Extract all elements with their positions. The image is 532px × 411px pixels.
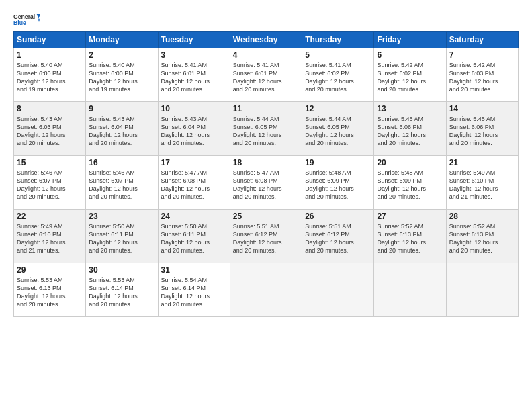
- day-number: 18: [233, 158, 299, 167]
- day-number: 31: [161, 265, 227, 275]
- day-info: Sunrise: 5:46 AM Sunset: 6:07 PM Dayligh…: [17, 169, 83, 201]
- calendar-week-2: 8Sunrise: 5:43 AM Sunset: 6:03 PM Daylig…: [14, 102, 519, 156]
- day-number: 11: [233, 104, 299, 113]
- calendar-day: [230, 263, 302, 317]
- calendar-day: 10Sunrise: 5:43 AM Sunset: 6:04 PM Dayli…: [158, 102, 230, 156]
- day-number: 12: [305, 104, 371, 113]
- calendar-day: 30Sunrise: 5:53 AM Sunset: 6:14 PM Dayli…: [86, 263, 158, 317]
- day-number: 20: [377, 158, 443, 167]
- day-number: 28: [449, 212, 515, 221]
- calendar-week-5: 29Sunrise: 5:53 AM Sunset: 6:13 PM Dayli…: [14, 263, 519, 317]
- day-number: 4: [233, 50, 299, 60]
- calendar-day: 29Sunrise: 5:53 AM Sunset: 6:13 PM Dayli…: [14, 263, 86, 317]
- day-info: Sunrise: 5:47 AM Sunset: 6:08 PM Dayligh…: [161, 169, 227, 201]
- header: General Blue: [13, 12, 519, 27]
- day-info: Sunrise: 5:46 AM Sunset: 6:07 PM Dayligh…: [89, 169, 154, 201]
- calendar-day: [302, 263, 374, 317]
- calendar-day: 20Sunrise: 5:48 AM Sunset: 6:09 PM Dayli…: [374, 156, 446, 210]
- day-info: Sunrise: 5:40 AM Sunset: 6:00 PM Dayligh…: [89, 61, 154, 94]
- calendar-day: 16Sunrise: 5:46 AM Sunset: 6:07 PM Dayli…: [86, 156, 158, 210]
- day-number: 21: [449, 158, 515, 167]
- day-number: 19: [305, 158, 371, 167]
- day-number: 15: [17, 158, 83, 167]
- day-number: 16: [89, 158, 154, 167]
- calendar-header-wednesday: Wednesday: [230, 32, 302, 48]
- day-number: 24: [161, 212, 227, 221]
- day-number: 25: [233, 212, 299, 221]
- day-info: Sunrise: 5:43 AM Sunset: 6:03 PM Dayligh…: [17, 115, 83, 148]
- calendar-day: 11Sunrise: 5:44 AM Sunset: 6:05 PM Dayli…: [230, 102, 302, 156]
- svg-marker-2: [37, 14, 40, 19]
- day-number: 7: [449, 50, 515, 60]
- calendar-day: 28Sunrise: 5:52 AM Sunset: 6:13 PM Dayli…: [446, 210, 518, 263]
- day-number: 30: [89, 265, 154, 275]
- day-info: Sunrise: 5:49 AM Sunset: 6:10 PM Dayligh…: [449, 169, 515, 201]
- day-info: Sunrise: 5:44 AM Sunset: 6:05 PM Dayligh…: [233, 115, 299, 148]
- day-info: Sunrise: 5:47 AM Sunset: 6:08 PM Dayligh…: [233, 169, 299, 201]
- day-info: Sunrise: 5:41 AM Sunset: 6:02 PM Dayligh…: [305, 61, 371, 94]
- calendar-day: 25Sunrise: 5:51 AM Sunset: 6:12 PM Dayli…: [230, 210, 302, 263]
- svg-text:Blue: Blue: [13, 19, 26, 26]
- calendar-header-saturday: Saturday: [446, 32, 518, 48]
- calendar-day: 5Sunrise: 5:41 AM Sunset: 6:02 PM Daylig…: [302, 48, 374, 102]
- calendar-day: 14Sunrise: 5:45 AM Sunset: 6:06 PM Dayli…: [446, 102, 518, 156]
- day-info: Sunrise: 5:48 AM Sunset: 6:09 PM Dayligh…: [305, 169, 371, 201]
- calendar-week-1: 1Sunrise: 5:40 AM Sunset: 6:00 PM Daylig…: [14, 48, 519, 102]
- calendar-day: 24Sunrise: 5:50 AM Sunset: 6:11 PM Dayli…: [158, 210, 230, 263]
- calendar-day: 21Sunrise: 5:49 AM Sunset: 6:10 PM Dayli…: [446, 156, 518, 210]
- day-number: 1: [17, 50, 83, 60]
- calendar-day: 31Sunrise: 5:54 AM Sunset: 6:14 PM Dayli…: [158, 263, 230, 317]
- day-number: 5: [305, 50, 371, 60]
- calendar-header-thursday: Thursday: [302, 32, 374, 48]
- day-number: 3: [161, 50, 227, 60]
- calendar-day: [374, 263, 446, 317]
- day-number: 9: [89, 104, 154, 113]
- day-info: Sunrise: 5:45 AM Sunset: 6:06 PM Dayligh…: [449, 115, 515, 148]
- day-info: Sunrise: 5:52 AM Sunset: 6:13 PM Dayligh…: [377, 222, 443, 255]
- day-number: 22: [17, 212, 83, 221]
- calendar-day: 22Sunrise: 5:49 AM Sunset: 6:10 PM Dayli…: [14, 210, 86, 263]
- day-number: 26: [305, 212, 371, 221]
- calendar-header-monday: Monday: [86, 32, 158, 48]
- calendar-header-row: SundayMondayTuesdayWednesdayThursdayFrid…: [14, 32, 519, 48]
- day-info: Sunrise: 5:51 AM Sunset: 6:12 PM Dayligh…: [233, 222, 299, 255]
- day-number: 17: [161, 158, 227, 167]
- day-info: Sunrise: 5:45 AM Sunset: 6:06 PM Dayligh…: [377, 115, 443, 148]
- calendar-day: 1Sunrise: 5:40 AM Sunset: 6:00 PM Daylig…: [14, 48, 86, 102]
- calendar-day: 2Sunrise: 5:40 AM Sunset: 6:00 PM Daylig…: [86, 48, 158, 102]
- day-info: Sunrise: 5:44 AM Sunset: 6:05 PM Dayligh…: [305, 115, 371, 148]
- day-info: Sunrise: 5:50 AM Sunset: 6:11 PM Dayligh…: [161, 222, 227, 255]
- calendar-day: 26Sunrise: 5:51 AM Sunset: 6:12 PM Dayli…: [302, 210, 374, 263]
- calendar-day: 15Sunrise: 5:46 AM Sunset: 6:07 PM Dayli…: [14, 156, 86, 210]
- logo: General Blue: [13, 12, 40, 27]
- day-info: Sunrise: 5:43 AM Sunset: 6:04 PM Dayligh…: [89, 115, 154, 148]
- day-number: 29: [17, 265, 83, 275]
- calendar-day: [446, 263, 518, 317]
- page: General Blue SundayMondayTuesdayWednesda…: [0, 0, 532, 411]
- day-info: Sunrise: 5:49 AM Sunset: 6:10 PM Dayligh…: [17, 222, 83, 255]
- calendar-day: 23Sunrise: 5:50 AM Sunset: 6:11 PM Dayli…: [86, 210, 158, 263]
- day-info: Sunrise: 5:42 AM Sunset: 6:02 PM Dayligh…: [377, 61, 443, 94]
- day-number: 2: [89, 50, 154, 60]
- day-number: 13: [377, 104, 443, 113]
- svg-marker-3: [38, 19, 40, 22]
- calendar: SundayMondayTuesdayWednesdayThursdayFrid…: [13, 31, 519, 317]
- calendar-day: 7Sunrise: 5:42 AM Sunset: 6:03 PM Daylig…: [446, 48, 518, 102]
- calendar-day: 17Sunrise: 5:47 AM Sunset: 6:08 PM Dayli…: [158, 156, 230, 210]
- logo-icon: General Blue: [13, 12, 40, 27]
- calendar-day: 6Sunrise: 5:42 AM Sunset: 6:02 PM Daylig…: [374, 48, 446, 102]
- day-info: Sunrise: 5:41 AM Sunset: 6:01 PM Dayligh…: [161, 61, 227, 94]
- day-number: 23: [89, 212, 154, 221]
- day-info: Sunrise: 5:50 AM Sunset: 6:11 PM Dayligh…: [89, 222, 154, 255]
- calendar-day: 8Sunrise: 5:43 AM Sunset: 6:03 PM Daylig…: [14, 102, 86, 156]
- day-info: Sunrise: 5:51 AM Sunset: 6:12 PM Dayligh…: [305, 222, 371, 255]
- calendar-day: 9Sunrise: 5:43 AM Sunset: 6:04 PM Daylig…: [86, 102, 158, 156]
- day-info: Sunrise: 5:48 AM Sunset: 6:09 PM Dayligh…: [377, 169, 443, 201]
- calendar-day: 19Sunrise: 5:48 AM Sunset: 6:09 PM Dayli…: [302, 156, 374, 210]
- calendar-day: 27Sunrise: 5:52 AM Sunset: 6:13 PM Dayli…: [374, 210, 446, 263]
- day-info: Sunrise: 5:43 AM Sunset: 6:04 PM Dayligh…: [161, 115, 227, 148]
- calendar-day: 3Sunrise: 5:41 AM Sunset: 6:01 PM Daylig…: [158, 48, 230, 102]
- day-info: Sunrise: 5:52 AM Sunset: 6:13 PM Dayligh…: [449, 222, 515, 255]
- calendar-header-friday: Friday: [374, 32, 446, 48]
- day-info: Sunrise: 5:53 AM Sunset: 6:13 PM Dayligh…: [17, 276, 83, 309]
